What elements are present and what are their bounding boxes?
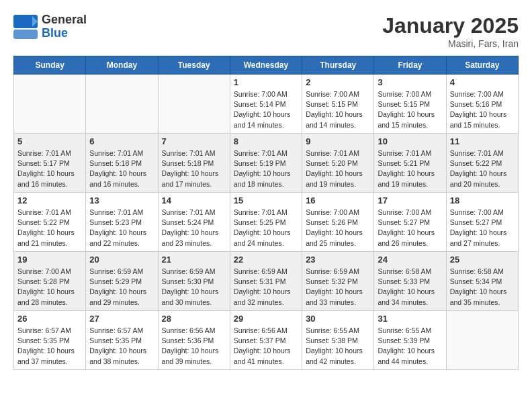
day-number: 16	[306, 195, 370, 205]
day-header-thursday: Thursday	[302, 56, 374, 75]
day-cell: 7Sunrise: 7:01 AMSunset: 5:18 PMDaylight…	[158, 134, 230, 193]
day-number: 21	[162, 255, 226, 265]
day-cell: 9Sunrise: 7:01 AMSunset: 5:20 PMDaylight…	[302, 134, 374, 193]
day-number: 24	[378, 255, 442, 265]
logo: General Blue	[13, 13, 87, 40]
day-cell	[446, 311, 518, 370]
week-row-2: 5Sunrise: 7:01 AMSunset: 5:17 PMDaylight…	[14, 134, 519, 193]
day-number: 9	[306, 136, 370, 146]
day-number: 11	[450, 136, 515, 146]
day-cell: 5Sunrise: 7:01 AMSunset: 5:17 PMDaylight…	[14, 134, 86, 193]
day-number: 1	[234, 77, 298, 87]
day-cell: 20Sunrise: 6:59 AMSunset: 5:29 PMDayligh…	[86, 252, 158, 311]
day-cell: 22Sunrise: 6:59 AMSunset: 5:31 PMDayligh…	[230, 252, 302, 311]
day-info: Sunrise: 6:58 AMSunset: 5:33 PMDaylight:…	[378, 267, 442, 308]
day-number: 12	[17, 195, 82, 205]
day-info: Sunrise: 6:55 AMSunset: 5:38 PMDaylight:…	[306, 326, 370, 367]
day-number: 14	[162, 195, 226, 205]
day-cell: 1Sunrise: 7:00 AMSunset: 5:14 PMDaylight…	[230, 75, 302, 134]
day-info: Sunrise: 7:00 AMSunset: 5:15 PMDaylight:…	[378, 89, 442, 130]
day-info: Sunrise: 6:59 AMSunset: 5:30 PMDaylight:…	[162, 267, 226, 308]
logo-icon	[13, 15, 38, 39]
day-number: 19	[17, 255, 82, 265]
day-number: 26	[17, 314, 82, 324]
day-cell: 24Sunrise: 6:58 AMSunset: 5:33 PMDayligh…	[374, 252, 446, 311]
day-number: 17	[378, 195, 442, 205]
day-info: Sunrise: 6:55 AMSunset: 5:39 PMDaylight:…	[378, 326, 442, 367]
day-info: Sunrise: 7:01 AMSunset: 5:22 PMDaylight:…	[450, 148, 515, 189]
day-info: Sunrise: 7:00 AMSunset: 5:28 PMDaylight:…	[17, 267, 82, 308]
week-row-5: 26Sunrise: 6:57 AMSunset: 5:35 PMDayligh…	[14, 311, 519, 370]
day-header-saturday: Saturday	[446, 56, 518, 75]
day-info: Sunrise: 7:00 AMSunset: 5:16 PMDaylight:…	[450, 89, 515, 130]
day-cell: 26Sunrise: 6:57 AMSunset: 5:35 PMDayligh…	[14, 311, 86, 370]
day-cell	[86, 75, 158, 134]
day-cell: 23Sunrise: 6:59 AMSunset: 5:32 PMDayligh…	[302, 252, 374, 311]
day-number: 4	[450, 77, 515, 87]
day-number: 30	[306, 314, 370, 324]
month-title: January 2025	[382, 13, 519, 38]
day-number: 3	[378, 77, 442, 87]
day-number: 22	[234, 255, 298, 265]
day-cell: 21Sunrise: 6:59 AMSunset: 5:30 PMDayligh…	[158, 252, 230, 311]
title-block: January 2025 Masiri, Fars, Iran	[382, 13, 519, 49]
day-info: Sunrise: 6:59 AMSunset: 5:31 PMDaylight:…	[234, 267, 298, 308]
day-number: 27	[89, 314, 154, 324]
day-cell: 11Sunrise: 7:01 AMSunset: 5:22 PMDayligh…	[446, 134, 518, 193]
day-info: Sunrise: 6:57 AMSunset: 5:35 PMDaylight:…	[89, 326, 154, 367]
day-cell: 15Sunrise: 7:01 AMSunset: 5:25 PMDayligh…	[230, 193, 302, 252]
day-cell: 6Sunrise: 7:01 AMSunset: 5:18 PMDaylight…	[86, 134, 158, 193]
day-cell: 28Sunrise: 6:56 AMSunset: 5:36 PMDayligh…	[158, 311, 230, 370]
day-info: Sunrise: 7:01 AMSunset: 5:18 PMDaylight:…	[162, 148, 226, 189]
day-info: Sunrise: 7:01 AMSunset: 5:24 PMDaylight:…	[162, 208, 226, 248]
day-info: Sunrise: 6:57 AMSunset: 5:35 PMDaylight:…	[17, 326, 82, 367]
week-row-1: 1Sunrise: 7:00 AMSunset: 5:14 PMDaylight…	[14, 75, 519, 134]
day-info: Sunrise: 6:58 AMSunset: 5:34 PMDaylight:…	[450, 267, 515, 308]
day-info: Sunrise: 6:56 AMSunset: 5:36 PMDaylight:…	[162, 326, 226, 367]
logo-text: General Blue	[42, 13, 87, 40]
day-number: 13	[89, 195, 154, 205]
day-info: Sunrise: 6:59 AMSunset: 5:32 PMDaylight:…	[306, 267, 370, 308]
day-number: 25	[450, 255, 515, 265]
page-header: General Blue January 2025 Masiri, Fars, …	[13, 13, 519, 49]
day-info: Sunrise: 7:00 AMSunset: 5:14 PMDaylight:…	[234, 89, 298, 130]
day-cell: 30Sunrise: 6:55 AMSunset: 5:38 PMDayligh…	[302, 311, 374, 370]
day-info: Sunrise: 7:01 AMSunset: 5:17 PMDaylight:…	[17, 148, 82, 189]
day-cell: 18Sunrise: 7:00 AMSunset: 5:27 PMDayligh…	[446, 193, 518, 252]
day-info: Sunrise: 7:00 AMSunset: 5:26 PMDaylight:…	[306, 208, 370, 248]
day-number: 29	[234, 314, 298, 324]
day-header-sunday: Sunday	[14, 56, 86, 75]
day-cell: 8Sunrise: 7:01 AMSunset: 5:19 PMDaylight…	[230, 134, 302, 193]
day-cell: 17Sunrise: 7:00 AMSunset: 5:27 PMDayligh…	[374, 193, 446, 252]
day-number: 15	[234, 195, 298, 205]
day-number: 20	[89, 255, 154, 265]
day-cell: 13Sunrise: 7:01 AMSunset: 5:23 PMDayligh…	[86, 193, 158, 252]
day-number: 10	[378, 136, 442, 146]
svg-rect-1	[13, 30, 38, 39]
day-number: 6	[89, 136, 154, 146]
day-number: 7	[162, 136, 226, 146]
day-info: Sunrise: 7:01 AMSunset: 5:21 PMDaylight:…	[378, 148, 442, 189]
day-header-monday: Monday	[86, 56, 158, 75]
day-number: 2	[306, 77, 370, 87]
day-cell: 19Sunrise: 7:00 AMSunset: 5:28 PMDayligh…	[14, 252, 86, 311]
day-info: Sunrise: 7:01 AMSunset: 5:18 PMDaylight:…	[89, 148, 154, 189]
day-info: Sunrise: 7:00 AMSunset: 5:27 PMDaylight:…	[450, 208, 515, 248]
day-header-friday: Friday	[374, 56, 446, 75]
day-cell: 14Sunrise: 7:01 AMSunset: 5:24 PMDayligh…	[158, 193, 230, 252]
day-cell: 16Sunrise: 7:00 AMSunset: 5:26 PMDayligh…	[302, 193, 374, 252]
day-number: 8	[234, 136, 298, 146]
day-info: Sunrise: 7:01 AMSunset: 5:23 PMDaylight:…	[89, 208, 154, 248]
day-info: Sunrise: 7:01 AMSunset: 5:20 PMDaylight:…	[306, 148, 370, 189]
day-cell: 29Sunrise: 6:56 AMSunset: 5:37 PMDayligh…	[230, 311, 302, 370]
day-info: Sunrise: 6:56 AMSunset: 5:37 PMDaylight:…	[234, 326, 298, 367]
day-number: 28	[162, 314, 226, 324]
location: Masiri, Fars, Iran	[382, 38, 519, 49]
header-row: SundayMondayTuesdayWednesdayThursdayFrid…	[14, 56, 519, 75]
day-info: Sunrise: 7:00 AMSunset: 5:15 PMDaylight:…	[306, 89, 370, 130]
day-cell	[14, 75, 86, 134]
day-cell: 12Sunrise: 7:01 AMSunset: 5:22 PMDayligh…	[14, 193, 86, 252]
day-cell: 4Sunrise: 7:00 AMSunset: 5:16 PMDaylight…	[446, 75, 518, 134]
day-cell: 27Sunrise: 6:57 AMSunset: 5:35 PMDayligh…	[86, 311, 158, 370]
day-cell: 2Sunrise: 7:00 AMSunset: 5:15 PMDaylight…	[302, 75, 374, 134]
